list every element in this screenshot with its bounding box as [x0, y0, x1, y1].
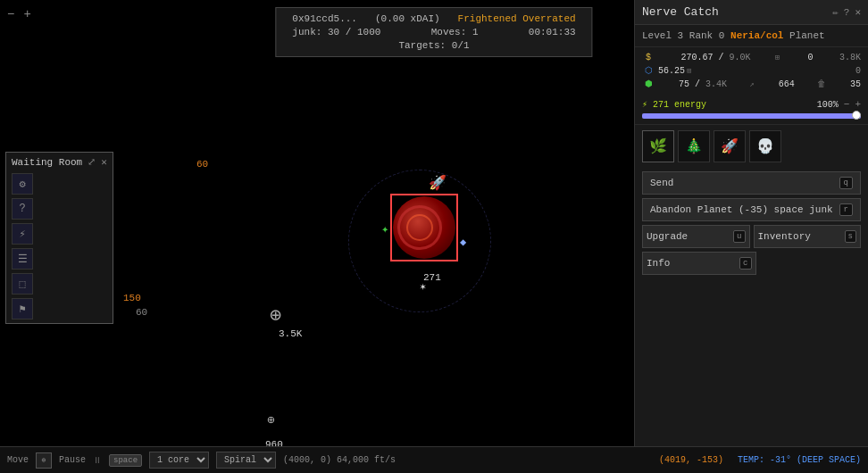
energy-pct: 100% [817, 100, 839, 110]
upgrade-inventory-row: Upgrade u Inventory s [642, 225, 861, 248]
ship-2: ✦ [381, 221, 388, 236]
wr-icon-grid[interactable]: ⬚ [12, 273, 33, 295]
selected-planet[interactable] [393, 196, 455, 259]
stat-right-val4: 664 [779, 79, 795, 89]
energy-label: ⚡ 271 energy [642, 99, 706, 110]
bottom-bar: Move ⊕ Pause ⏸ space 1 core Spiral (4000… [0, 446, 868, 473]
upgrade-label: Upgrade [647, 231, 688, 242]
move-indicator[interactable]: ⊕ [36, 452, 52, 469]
coord-display: (4019, -153) [659, 455, 723, 465]
stat-row-hex: ⬡ 56.25 ⊞ 0 [642, 65, 861, 76]
wr-icon-help[interactable]: ? [12, 198, 33, 220]
inventory-label: Inventory [758, 231, 811, 242]
energy-row: ⚡ 271 energy 100% − + [635, 97, 868, 113]
stat-row-green: ⬢ 75 / 3.4K ↗ 664 🗑 35 [642, 79, 861, 89]
pause-key: space [109, 454, 142, 467]
wr-icon-list[interactable]: ☰ [12, 248, 33, 270]
waiting-room-expand[interactable]: ⤢ [88, 156, 96, 168]
move-label: Move [7, 455, 29, 465]
label-60-top: 60 [196, 159, 208, 170]
ability-slot-4[interactable]: 💀 [749, 130, 781, 162]
planet-swirl-2 [406, 214, 433, 241]
stat-right-val1: 0 [808, 53, 814, 62]
panel-abilities: 🌿 🎄 🚀 💀 [635, 124, 868, 168]
abandon-label: Abandon Planet (-35) space junk [650, 204, 833, 215]
info-button[interactable]: Info c [642, 252, 756, 275]
topleft-controls: − + [7, 7, 31, 21]
stat-val-2: 56.25 [658, 66, 685, 76]
waiting-room-header: Waiting Room ⤢ ✕ [12, 156, 107, 168]
ability-slot-1[interactable]: 🌿 [642, 130, 674, 162]
energy-bar[interactable] [642, 113, 861, 119]
label-60-bottom: 60 [136, 307, 147, 318]
ship-1: 🚀 [429, 174, 447, 192]
abandon-button[interactable]: Abandon Planet (-35) space junk r [642, 198, 861, 221]
green-icon: ⬢ [642, 79, 655, 89]
pause-label: Pause [59, 455, 86, 465]
panel-stats: $ 270.67 / 9.0K ⊞ 0 3.8K ⬡ 56.25 ⊞ 0 ⬢ 7… [635, 47, 868, 97]
abandon-key: r [839, 203, 853, 216]
energy-fill [642, 113, 861, 119]
upgrade-button[interactable]: Upgrade u [642, 225, 750, 248]
top-hud: 0x91ccd5... (0.00 xDAI) Frightened Overr… [275, 7, 592, 57]
address-display: 0x91ccd5... [292, 13, 357, 24]
station-1: ⊕ [270, 303, 281, 328]
panel-close-icon[interactable]: ✕ [855, 6, 861, 18]
energy-minus-btn[interactable]: − [844, 99, 850, 110]
stat-right-val5: 35 [850, 79, 861, 89]
ability-slot-3[interactable]: 🚀 [714, 130, 746, 162]
ability-slot-2[interactable]: 🎄 [678, 130, 710, 162]
moves-display: Moves: 1 [431, 27, 479, 37]
info-row: Info c [642, 252, 861, 275]
status-display: Frightened Overrated [458, 13, 576, 24]
waiting-room-panel: Waiting Room ⤢ ✕ ⚙ ? ⚡ ☰ ⬚ ⚑ [5, 152, 113, 324]
info-label: Info [647, 258, 670, 269]
stat-val-1: 270.67 / 9.0K [680, 53, 750, 62]
energy-bar-container [635, 113, 868, 124]
wr-icon-lightning[interactable]: ⚡ [12, 223, 33, 245]
info-key: c [739, 257, 751, 270]
planet-body [393, 196, 455, 259]
upgrade-key: u [733, 230, 745, 243]
targets-display: Targets: 0/1 [398, 40, 469, 51]
panel-subtitle: Level 3 Rank 0 Neria/col Planet [635, 25, 868, 47]
stat-arrow-icon: ↗ [749, 79, 754, 89]
bottom-right: (4019, -153) TEMP: -31° (DEEP SPACE) [659, 455, 861, 465]
core-select[interactable]: 1 core [149, 452, 209, 469]
panel-edit-icon[interactable]: ✏ [832, 6, 839, 18]
panel-header: Nerve Catch ✏ ? ✕ [635, 0, 868, 25]
wr-icon-flag[interactable]: ⚑ [12, 298, 33, 319]
minus-button[interactable]: − [7, 7, 14, 21]
waiting-room-icons: ⚙ ? ⚡ ☰ ⬚ ⚑ [12, 173, 107, 319]
waiting-room-close[interactable]: ✕ [101, 156, 107, 168]
timer-display: 00:01:33 [529, 27, 576, 37]
label-3.5k: 3.5K [279, 328, 302, 339]
credits-icon: $ [642, 53, 655, 62]
temp-display: TEMP: -31° (DEEP SPACE) [738, 455, 861, 465]
wr-icon-gear[interactable]: ⚙ [12, 173, 33, 195]
stat-val-3: 75 / 3.4K [679, 79, 727, 89]
send-label: Send [650, 178, 673, 188]
panel-help-icon[interactable]: ? [844, 7, 850, 18]
waiting-room-title: Waiting Room [12, 157, 82, 168]
panel-buttons: Send q Abandon Planet (-35) space junk r… [635, 168, 868, 278]
ship-bottom: ⊕ [267, 412, 274, 427]
balance-display: (0.00 xDAI) [375, 13, 440, 24]
energy-plus-btn[interactable]: + [855, 99, 861, 110]
spiral-select[interactable]: Spiral [216, 452, 276, 469]
label-960: 960 [265, 439, 283, 446]
inventory-key: s [845, 230, 856, 243]
panel-header-icons: ✏ ? ✕ [832, 6, 861, 18]
stat-row-credits: $ 270.67 / 9.0K ⊞ 0 3.8K [642, 53, 861, 62]
trash-icon: 🗑 [817, 79, 826, 89]
hex-icon: ⬡ [642, 65, 655, 76]
stat-right-icon-2: ⊞ [687, 66, 691, 76]
plus-button[interactable]: + [23, 7, 30, 21]
stat-right-icon-1: ⊞ [775, 53, 780, 62]
inventory-button[interactable]: Inventory s [754, 225, 862, 248]
panel-title: Nerve Catch [642, 5, 719, 19]
ship-4: ✶ [420, 280, 426, 294]
junk-display: junk: 30 / 1000 [292, 27, 380, 37]
send-button[interactable]: Send q [642, 171, 861, 195]
energy-knob[interactable] [852, 111, 861, 120]
